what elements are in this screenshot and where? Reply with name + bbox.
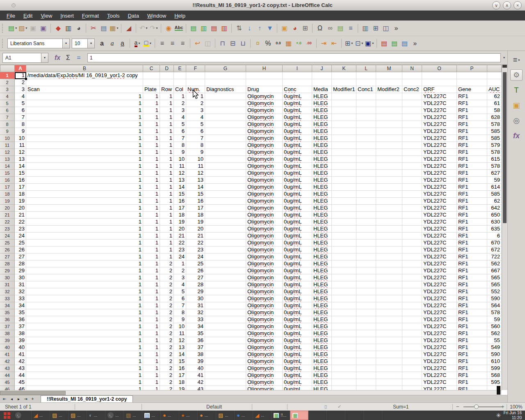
cell-L29[interactable] (356, 267, 376, 274)
font-name-combo[interactable]: Liberation Sans ▾ (7, 39, 70, 48)
cell-J1[interactable] (312, 72, 332, 79)
cell-Q27[interactable]: 722 (487, 253, 502, 260)
cell-N33[interactable] (402, 295, 422, 302)
cell-K11[interactable] (332, 142, 356, 149)
column-header-B[interactable]: B (26, 65, 143, 72)
conditional-scale-button[interactable]: ▤ (389, 38, 399, 49)
cell-B43[interactable]: 1 (26, 365, 143, 372)
cell-I2[interactable] (283, 79, 312, 86)
cell-D2[interactable] (160, 79, 174, 86)
cell-E17[interactable]: 14 (174, 184, 186, 191)
save-as-button[interactable]: ▣ (38, 23, 48, 34)
cell-A22[interactable]: 22 (15, 219, 26, 226)
cell-H32[interactable]: Oligomycin (246, 288, 283, 295)
cell-G6[interactable] (205, 107, 246, 114)
cell-D17[interactable]: 1 (160, 184, 174, 191)
cell-A33[interactable]: 33 (15, 295, 26, 302)
headers-footers-button[interactable]: ≡ (345, 23, 356, 34)
cell-Q19[interactable]: 62 (487, 198, 502, 205)
cell-D25[interactable]: 1 (160, 240, 174, 247)
cell-J8[interactable]: HLEG (312, 121, 332, 128)
cell-G16[interactable] (205, 177, 246, 184)
cell-B19[interactable]: 1 (26, 198, 143, 205)
cell-C12[interactable]: 1 (143, 149, 160, 156)
cell-K40[interactable] (332, 344, 356, 351)
cell-L9[interactable] (356, 128, 376, 135)
cell-L42[interactable] (356, 358, 376, 365)
cell-G41[interactable] (205, 351, 246, 358)
pivot-table-button[interactable]: ⊞ (300, 23, 310, 34)
cell-J23[interactable]: HLEG (312, 226, 332, 233)
cell-C6[interactable]: 1 (143, 107, 160, 114)
cell-B31[interactable]: 1 (26, 281, 143, 288)
cell-K12[interactable] (332, 149, 356, 156)
cell-O18[interactable]: YDL227C (422, 191, 457, 198)
cell-L12[interactable] (356, 149, 376, 156)
cell-A32[interactable]: 32 (15, 288, 26, 295)
cell-I42[interactable]: 0ug/mL (283, 358, 312, 365)
cell-O12[interactable]: YDL227C (422, 149, 457, 156)
cell-G33[interactable] (205, 295, 246, 302)
first-sheet-button[interactable]: ⇤ (1, 397, 8, 401)
cell-M3[interactable]: Modifier2 (376, 86, 402, 93)
cell-A40[interactable]: 40 (15, 344, 26, 351)
cell-O30[interactable]: YDL227C (422, 274, 457, 281)
cell-J46[interactable]: HLEG (312, 386, 332, 390)
border-style-button[interactable]: ⊡▾ (354, 38, 364, 49)
cell-I19[interactable]: 0ug/mL (283, 198, 312, 205)
row-header-16[interactable]: 16 (0, 177, 15, 184)
cell-N24[interactable] (402, 233, 422, 240)
cell-F13[interactable]: 10 (186, 156, 205, 163)
cell-M5[interactable] (376, 100, 402, 107)
writer-document-window-button[interactable]: ▤... (142, 411, 161, 420)
cell-I27[interactable]: 0ug/mL (283, 253, 312, 260)
cell-A9[interactable]: 9 (15, 128, 26, 135)
cell-B21[interactable]: 1 (26, 212, 143, 219)
cell-B1[interactable]: /media/data/ExpJobs/MI 16_0919_yor1-2 co… (26, 72, 143, 79)
insert-comment-button[interactable]: ▤ (335, 23, 345, 34)
cell-G27[interactable] (205, 253, 246, 260)
cell-B45[interactable]: 1 (26, 379, 143, 386)
cell-D12[interactable]: 1 (160, 149, 174, 156)
cell-M41[interactable] (376, 351, 402, 358)
cell-D11[interactable]: 1 (160, 142, 174, 149)
cell-O41[interactable]: YDL227C (422, 351, 457, 358)
row-header-26[interactable]: 26 (0, 247, 15, 253)
row-header-9[interactable]: 9 (0, 128, 15, 135)
cell-F29[interactable]: 26 (186, 267, 205, 274)
cell-E1[interactable] (174, 72, 186, 79)
cell-O38[interactable]: YDL227C (422, 330, 457, 337)
cell-N38[interactable] (402, 330, 422, 337)
cell-F35[interactable]: 32 (186, 309, 205, 316)
cell-H45[interactable]: Oligomycin (246, 379, 283, 386)
cell-F15[interactable]: 12 (186, 170, 205, 177)
cell-J27[interactable]: HLEG (312, 253, 332, 260)
paste-button[interactable]: ▦▾ (109, 23, 119, 34)
cell-K29[interactable] (332, 267, 356, 274)
cell-J15[interactable]: HLEG (312, 170, 332, 177)
cell-A11[interactable]: 11 (15, 142, 26, 149)
cell-Q26[interactable]: 672 (487, 247, 502, 253)
cell-C28[interactable]: 1 (143, 260, 160, 267)
font-color-dropdown[interactable]: ▾ (138, 41, 140, 45)
cell-K34[interactable] (332, 302, 356, 309)
cell-K30[interactable] (332, 274, 356, 281)
cell-I44[interactable]: 0ug/mL (283, 372, 312, 379)
cell-P15[interactable]: RF1 (457, 170, 487, 177)
cell-P40[interactable]: RF1 (457, 344, 487, 351)
cell-C31[interactable]: 1 (143, 281, 160, 288)
row-header-22[interactable]: 22 (0, 219, 15, 226)
cell-H4[interactable]: Oligomycin (246, 93, 283, 100)
cell-O42[interactable]: YDL227C (422, 358, 457, 365)
cell-N14[interactable] (402, 163, 422, 170)
open-dropdown[interactable]: ▾ (25, 26, 27, 30)
minimize-button[interactable]: ∨ (492, 1, 500, 9)
spelling-button[interactable]: Abc (173, 23, 184, 34)
cell-O28[interactable]: YDL227C (422, 260, 457, 267)
align-bottom-button[interactable]: ⊔ (238, 38, 248, 49)
cell-Q39[interactable]: 55 (487, 337, 502, 344)
menu-help[interactable]: Help (170, 11, 189, 20)
app-window-blue-button[interactable]: ●... (235, 411, 253, 420)
cell-O43[interactable]: YDL227C (422, 365, 457, 372)
signature-icon[interactable]: ✓ (338, 404, 341, 409)
